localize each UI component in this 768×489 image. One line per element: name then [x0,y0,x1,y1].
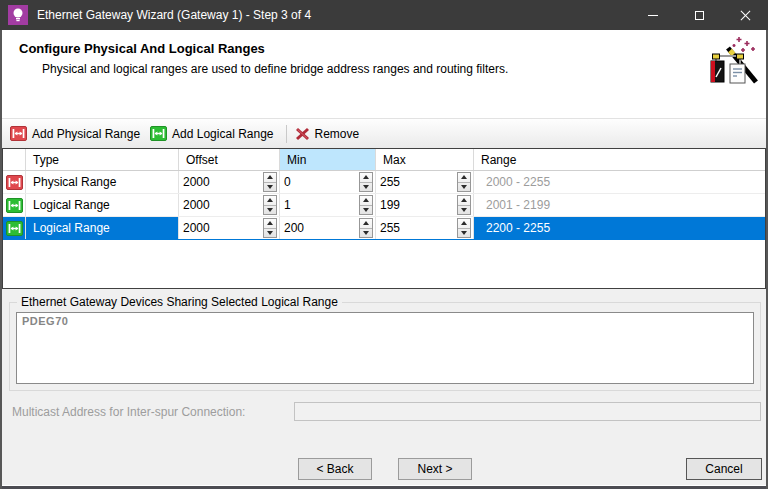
toolbar-separator [286,125,287,143]
spin-up-down-icon[interactable] [263,172,277,192]
range-value: 2001 - 2199 [474,194,765,216]
dialog-content: Configure Physical And Logical Ranges Ph… [0,30,768,489]
offset-stepper[interactable]: 2000 [179,171,280,193]
column-header-max[interactable]: Max [376,149,474,170]
add-physical-range-label: Add Physical Range [32,127,140,141]
window-bottom-edge [2,485,766,489]
max-stepper[interactable]: 199 [376,194,474,216]
range-value: 2200 - 2255 [474,217,765,239]
spin-up-down-icon[interactable] [263,218,277,238]
logical-range-icon [150,126,167,141]
remove-label: Remove [315,127,360,141]
remove-button[interactable]: Remove [292,122,367,146]
column-header-type[interactable]: Type [26,149,179,170]
row-type-label: Logical Range [26,217,179,239]
add-logical-range-label: Add Logical Range [172,127,273,141]
devices-listbox[interactable]: PDEG70 [16,312,754,384]
min-stepper[interactable]: 200 [280,217,376,239]
close-icon[interactable] [722,0,768,30]
table-row-logical-range-2-selected[interactable]: Logical Range 2000 200 255 2200 - 2255 [3,217,765,240]
column-header-icon[interactable] [3,149,26,170]
min-stepper[interactable]: 0 [280,171,376,193]
wizard-dialog: Ethernet Gateway Wizard (Gateway 1) - St… [0,0,768,489]
logical-range-icon [3,194,26,216]
lightbulb-icon [8,5,28,25]
spin-up-down-icon[interactable] [263,195,277,215]
column-header-range[interactable]: Range [474,149,765,170]
multicast-label: Multicast Address for Inter-spur Connect… [12,405,294,419]
ranges-table-header: Type Offset Min Max Range [3,149,765,171]
group-box-title: Ethernet Gateway Devices Sharing Selecte… [17,295,342,309]
page-title: Configure Physical And Logical Ranges [19,41,696,56]
ranges-table: Type Offset Min Max Range Physical Range… [2,148,766,289]
add-physical-range-button[interactable]: Add Physical Range [7,122,147,146]
remove-x-icon [295,127,310,141]
maximize-icon[interactable] [676,0,722,30]
spin-up-down-icon[interactable] [457,195,471,215]
cancel-button[interactable]: Cancel [686,458,762,480]
row-type-label: Logical Range [26,194,179,216]
spin-up-down-icon[interactable] [359,172,373,192]
offset-stepper[interactable]: 2000 [179,217,280,239]
max-stepper[interactable]: 255 [376,171,474,193]
minimize-icon[interactable] [630,0,676,30]
add-logical-range-button[interactable]: Add Logical Range [147,122,280,146]
logical-range-icon [3,217,26,239]
range-value: 2000 - 2255 [474,171,765,193]
offset-stepper[interactable]: 2000 [179,194,280,216]
page-description: Physical and logical ranges are used to … [42,62,696,76]
spin-up-down-icon[interactable] [359,218,373,238]
devices-group-box: Ethernet Gateway Devices Sharing Selecte… [9,302,761,391]
range-toolbar: Add Physical Range Add Logical Range [2,119,766,148]
list-item-device[interactable]: PDEG70 [22,315,748,327]
titlebar: Ethernet Gateway Wizard (Gateway 1) - St… [0,0,768,30]
physical-range-icon [3,171,26,193]
spin-up-down-icon[interactable] [457,172,471,192]
window-title: Ethernet Gateway Wizard (Gateway 1) - St… [37,8,311,22]
multicast-section: Multicast Address for Inter-spur Connect… [12,402,761,421]
spin-up-down-icon[interactable] [457,218,471,238]
magic-wand-icon [706,35,760,94]
wizard-footer: < Back Next > Cancel [2,458,766,480]
min-stepper[interactable]: 1 [280,194,376,216]
max-stepper[interactable]: 255 [376,217,474,239]
column-header-min[interactable]: Min [280,149,376,170]
wizard-step-header: Configure Physical And Logical Ranges Ph… [2,30,766,119]
column-header-offset[interactable]: Offset [179,149,280,170]
table-row-physical-range[interactable]: Physical Range 2000 0 255 2000 - 2255 [3,171,765,194]
caption-buttons [630,0,768,30]
back-button[interactable]: < Back [298,458,372,480]
multicast-address-field[interactable] [294,402,761,421]
table-row-logical-range-1[interactable]: Logical Range 2000 1 199 2001 - 2199 [3,194,765,217]
next-button[interactable]: Next > [398,458,472,480]
spin-up-down-icon[interactable] [359,195,373,215]
row-type-label: Physical Range [26,171,179,193]
physical-range-icon [10,126,27,141]
